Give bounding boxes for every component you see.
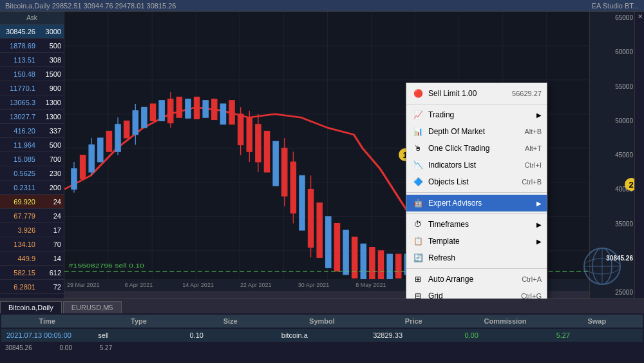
price-row: 0.2311200 — [0, 181, 64, 195]
candlestick-chart: #155082796 sell 0.10 — [64, 12, 634, 299]
menu-item-auto-arrange[interactable]: ⊞ Auto Arrange Ctrl+A — [406, 271, 547, 288]
svg-rect-59 — [317, 203, 322, 258]
col-header-size: Size — [185, 316, 276, 326]
svg-rect-62 — [343, 230, 348, 275]
svg-rect-40 — [203, 101, 208, 117]
price-row: 0.5625230 — [0, 166, 64, 181]
svg-rect-32 — [142, 107, 147, 128]
col-header-price: Price — [368, 316, 459, 326]
cell-commission: 0.00 — [459, 330, 551, 340]
svg-rect-67 — [387, 254, 392, 281]
price-rows: 30845.2630001878.69500113.51308150.48150… — [0, 25, 64, 299]
svg-rect-29 — [124, 121, 129, 138]
price-row: 1878.69500 — [0, 39, 64, 53]
svg-rect-42 — [220, 104, 225, 124]
menu-item-indicators[interactable]: 📉 Indicators List Ctrl+I — [406, 157, 547, 173]
refresh-icon: 🔄 — [412, 251, 424, 264]
price-row: 69.92024 — [0, 195, 64, 209]
badge-2: 2 — [625, 178, 634, 191]
svg-rect-61 — [334, 223, 339, 271]
svg-rect-25 — [98, 138, 103, 162]
svg-rect-22 — [80, 155, 86, 179]
timeframes-icon: ⏱ — [412, 218, 424, 231]
price-row: 30845.263000 — [0, 25, 64, 39]
indicators-icon: 📉 — [412, 159, 424, 172]
cell-symbol: bitcoin.a — [276, 330, 368, 340]
price-row: 11770.1900 — [0, 81, 64, 95]
svg-rect-38 — [185, 99, 191, 119]
price-row: 113.51308 — [0, 53, 64, 67]
one-click-icon: 🖱 — [412, 142, 424, 155]
menu-item-timeframes[interactable]: ⏱ Timeframes ▶ — [406, 216, 547, 233]
table-row: 2021.07.13 00:05:00 sell 0.10 bitcoin.a … — [1, 329, 643, 342]
left-price-panel: Ask ✕ 30845.2630001878.69500113.51308150… — [0, 12, 64, 299]
globe-watermark — [583, 247, 621, 286]
main-container: Bitcoin.a,Daily 29852.51 30944.76 29478.… — [0, 0, 644, 363]
right-scrollbar[interactable] — [634, 12, 644, 299]
expert-advisors-icon: 🤖 — [412, 197, 424, 210]
svg-rect-26 — [106, 131, 111, 152]
trade-table: Time Type Size Symbol Price Commission S… — [0, 313, 644, 343]
price-row: 150.481500 — [0, 67, 64, 81]
col-header-type: Type — [93, 316, 184, 326]
tab-bitcoin-daily[interactable]: Bitcoin.a,Daily — [0, 301, 62, 313]
grid-icon: ⊟ — [412, 289, 424, 299]
tab-bar: Bitcoin.a,Daily EURUSD,M5 — [0, 299, 644, 313]
separator-2 — [406, 192, 547, 193]
svg-rect-66 — [378, 251, 383, 282]
svg-rect-68 — [396, 254, 401, 278]
ask-label: Ask — [26, 14, 37, 21]
col-header-time: Time — [1, 316, 93, 326]
menu-item-template[interactable]: 📋 Template ▶ — [406, 233, 547, 250]
svg-rect-60 — [326, 217, 331, 268]
col-header-symbol: Symbol — [276, 316, 368, 326]
tab-eurusd-m5[interactable]: EURUSD,M5 — [63, 301, 122, 313]
depth-icon: 📊 — [412, 125, 424, 138]
ea-title: EA Studio BT... — [592, 2, 639, 10]
chart-canvas[interactable]: #155082796 sell 0.10 29 Mar 2021 6 Apr 2… — [64, 12, 634, 299]
price-row: 416.20337 — [0, 124, 64, 138]
svg-text:#155082796 sell 0.10: #155082796 sell 0.10 — [69, 262, 144, 269]
svg-rect-65 — [370, 248, 375, 282]
price-row: 15.085700 — [0, 152, 64, 166]
menu-item-depth[interactable]: 📊 Depth Of Market Alt+B — [406, 123, 547, 140]
menu-item-grid[interactable]: ⊟ Grid Ctrl+G — [406, 288, 547, 299]
price-row: 67.77924 — [0, 209, 64, 223]
cell-time: 2021.07.13 00:05:00 — [1, 330, 93, 340]
context-menu[interactable]: 🔴 Sell Limit 1.00 56629.27 📈 Trading ▶ 📊 — [406, 83, 547, 299]
col-header-commission: Commission — [459, 316, 551, 326]
price-row: 582.15612 — [0, 266, 64, 280]
price-row: 449.914 — [0, 251, 64, 266]
price-row: 6.280172 — [0, 280, 64, 294]
ea-title-bar: Bitcoin.a,Daily 29852.51 30944.76 29478.… — [0, 0, 644, 12]
price-row: 13065.31300 — [0, 95, 64, 110]
trade-footer: 30845.26 0.00 5.27 — [0, 343, 644, 353]
separator-3 — [406, 213, 547, 214]
svg-rect-34 — [159, 101, 164, 121]
svg-rect-43 — [229, 101, 234, 124]
objects-icon: 🔷 — [412, 175, 424, 188]
close-left-panel[interactable]: ✕ — [638, 13, 643, 20]
auto-arrange-icon: ⊞ — [412, 273, 424, 286]
bottom-area: Bitcoin.a,Daily EURUSD,M5 Time Type Size… — [0, 299, 644, 363]
menu-item-trading[interactable]: 📈 Trading ▶ — [406, 106, 547, 123]
menu-item-expert-advisors[interactable]: 🤖 Expert Advisors ▶ — [406, 195, 547, 211]
svg-rect-33 — [150, 104, 155, 121]
svg-rect-41 — [212, 99, 217, 120]
trading-icon: 📈 — [412, 108, 424, 121]
cell-swap: 5.27 — [551, 330, 643, 340]
sell-limit-icon: 🔴 — [412, 87, 424, 100]
menu-item-objects[interactable]: 🔷 Objects List Ctrl+B — [406, 173, 547, 190]
price-row: 134.1070 — [0, 237, 64, 251]
svg-rect-50 — [264, 131, 269, 172]
menu-item-refresh[interactable]: 🔄 Refresh — [406, 250, 547, 266]
cell-price: 32829.33 — [368, 330, 459, 340]
chart-title: Bitcoin.a,Daily 29852.51 30944.76 29478.… — [5, 2, 176, 10]
price-row: 13027.71300 — [0, 110, 64, 124]
price-row: 11.964500 — [0, 138, 64, 152]
menu-item-sell-limit[interactable]: 🔴 Sell Limit 1.00 56629.27 — [406, 85, 547, 102]
cell-type: sell — [93, 330, 184, 340]
context-menu-container: 🔴 Sell Limit 1.00 56629.27 📈 Trading ▶ 📊 — [406, 83, 547, 299]
svg-rect-39 — [194, 97, 200, 119]
menu-item-one-click[interactable]: 🖱 One Click Trading Alt+T — [406, 140, 547, 157]
